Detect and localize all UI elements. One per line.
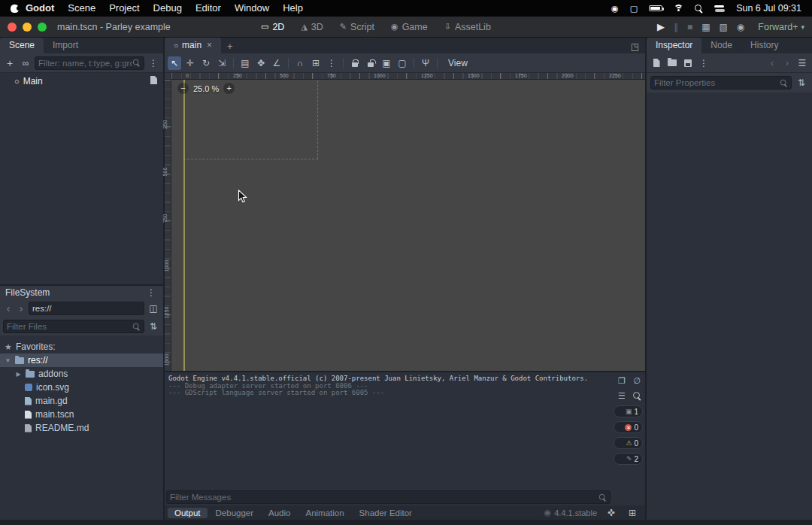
bottom-tab-shader-editor[interactable]: Shader Editor: [353, 508, 419, 518]
copy-log-button[interactable]: ❐: [616, 375, 628, 387]
file-row-readme[interactable]: README.md: [0, 421, 163, 435]
lock-selected-button[interactable]: [348, 56, 362, 70]
tab-history[interactable]: History: [741, 38, 787, 53]
smart-snap-button[interactable]: ∩: [293, 56, 307, 70]
filesystem-menu-button[interactable]: ⋮: [144, 286, 158, 299]
file-row-main-gd[interactable]: main.gd: [0, 394, 163, 408]
workspace-tab-3d[interactable]: ◮3D: [295, 17, 328, 38]
horizontal-ruler[interactable]: 0 250 500 750 1000 1250 1500 1750 2000 2…: [171, 73, 645, 80]
tab-import[interactable]: Import: [44, 38, 87, 53]
close-window-button[interactable]: [8, 23, 17, 32]
bottom-tab-audio[interactable]: Audio: [262, 508, 297, 518]
object-history-button[interactable]: ☰: [795, 56, 809, 70]
skeleton-options-button[interactable]: Ψ: [419, 56, 432, 70]
menu-debug[interactable]: Debug: [147, 0, 189, 17]
battery-icon[interactable]: [649, 5, 662, 11]
scene-tree-row-main[interactable]: ○ Main: [0, 73, 163, 90]
path-input[interactable]: [32, 304, 141, 313]
collapse-arrow-icon[interactable]: ▼: [5, 357, 11, 364]
stop-button[interactable]: ■: [687, 23, 692, 32]
group-selected-button[interactable]: ▣: [380, 56, 393, 70]
scene-filter-input[interactable]: [38, 59, 132, 68]
menu-help[interactable]: Help: [276, 0, 310, 17]
new-scene-tab-button[interactable]: +: [221, 39, 239, 53]
favorites-row[interactable]: ★ Favorites:: [0, 340, 163, 354]
add-node-button[interactable]: +: [3, 56, 17, 70]
load-resource-button[interactable]: [665, 56, 679, 70]
message-filter-input[interactable]: [170, 493, 598, 502]
split-view-button[interactable]: ◫: [147, 302, 160, 315]
ungroup-selected-button[interactable]: ▢: [395, 56, 409, 70]
attached-script-icon[interactable]: [150, 76, 157, 86]
grid-snap-button[interactable]: ⊞: [309, 56, 323, 70]
minimize-window-button[interactable]: [23, 23, 32, 32]
warnings-count-badge[interactable]: ⚠ 0: [614, 437, 643, 449]
collapse-duplicates-button[interactable]: ☰: [616, 390, 628, 402]
bottom-tab-animation[interactable]: Animation: [298, 508, 350, 518]
renderer-dropdown[interactable]: Forward+ ▾: [753, 22, 804, 32]
scene-dock-menu-button[interactable]: ⋮: [147, 56, 160, 70]
close-tab-icon[interactable]: ×: [207, 40, 212, 50]
workspace-tab-script[interactable]: ✎Script: [335, 17, 380, 38]
scale-tool-button[interactable]: ⇲: [215, 56, 229, 70]
back-button[interactable]: ‹: [3, 302, 14, 314]
menu-project[interactable]: Project: [102, 0, 146, 17]
workspace-tab-2d[interactable]: ▭2D: [256, 17, 289, 38]
expand-panel-button[interactable]: ⊞: [626, 506, 639, 520]
pan-tool-button[interactable]: ✥: [254, 56, 268, 70]
apple-menu[interactable]: [11, 5, 19, 13]
tab-node[interactable]: Node: [701, 38, 741, 53]
zoom-window-button[interactable]: [38, 23, 47, 32]
file-row-addons[interactable]: ▶ addons: [0, 367, 163, 381]
save-resource-button[interactable]: [681, 56, 695, 70]
file-row-main-tscn[interactable]: main.tscn: [0, 408, 163, 421]
movie-maker-button[interactable]: ◉: [737, 23, 744, 32]
ruler-tool-button[interactable]: ∠: [270, 56, 283, 70]
play-scene-button[interactable]: ▦: [701, 23, 710, 32]
snap-options-button[interactable]: ⋮: [325, 56, 338, 70]
tab-inspector[interactable]: Inspector: [647, 38, 701, 53]
rotate-tool-button[interactable]: ↻: [199, 56, 213, 70]
unlock-selected-button[interactable]: [364, 56, 377, 70]
forward-button[interactable]: ›: [16, 302, 26, 314]
output-log[interactable]: Godot Engine v4.4.1.stable.official (c) …: [165, 372, 612, 489]
distraction-free-button[interactable]: ◳: [625, 40, 645, 53]
errors-count-badge[interactable]: × 0: [614, 421, 643, 433]
zoom-in-button[interactable]: +: [223, 83, 235, 94]
display-icon[interactable]: ▢: [630, 4, 638, 14]
menu-window[interactable]: Window: [228, 0, 276, 17]
property-filter-input[interactable]: [654, 78, 780, 87]
version-label[interactable]: ◉ 4.4.1.stable: [544, 508, 597, 517]
menubar-clock[interactable]: Sun 6 Jul 09:31: [736, 3, 801, 14]
clear-log-button[interactable]: ∅: [631, 375, 643, 387]
instantiate-scene-button[interactable]: ∞: [19, 56, 32, 70]
property-sort-button[interactable]: ⇅: [795, 76, 808, 90]
file-row-icon-svg[interactable]: icon.svg: [0, 381, 163, 394]
play-button[interactable]: ▶: [657, 22, 665, 32]
play-custom-scene-button[interactable]: ▧: [719, 23, 727, 32]
file-row-res[interactable]: ▼ res://: [0, 354, 163, 367]
view-menu-button[interactable]: View: [442, 58, 474, 68]
file-sort-button[interactable]: ⇅: [147, 320, 160, 333]
wifi-icon[interactable]: [674, 5, 683, 12]
bottom-tab-debugger[interactable]: Debugger: [209, 508, 261, 518]
screen-record-icon[interactable]: ◉: [611, 4, 619, 14]
2d-canvas[interactable]: − 25.0 % +: [171, 80, 645, 371]
zoom-out-button[interactable]: −: [177, 83, 189, 94]
editor-messages-count-badge[interactable]: ✎ 2: [614, 453, 643, 465]
move-tool-button[interactable]: ✛: [183, 56, 197, 70]
zoom-level-label[interactable]: 25.0 %: [193, 84, 219, 93]
workspace-tab-assetlib[interactable]: ⇩AssetLib: [439, 17, 496, 38]
vertical-ruler[interactable]: 250 500 750 1000 1250 1500: [165, 80, 171, 371]
list-select-button[interactable]: ▤: [238, 56, 252, 70]
new-resource-button[interactable]: [650, 56, 663, 70]
messages-count-badge[interactable]: ▣ 1: [614, 405, 643, 417]
scene-tab-main[interactable]: ○ main ×: [165, 38, 221, 53]
pause-button[interactable]: ∥: [674, 23, 678, 32]
expand-arrow-icon[interactable]: ▶: [15, 371, 22, 378]
history-forward-button[interactable]: ›: [780, 56, 794, 70]
log-search-button[interactable]: [631, 390, 643, 402]
history-back-button[interactable]: ‹: [765, 56, 779, 70]
control-center-icon[interactable]: [714, 5, 725, 12]
menu-editor[interactable]: Editor: [189, 0, 228, 17]
